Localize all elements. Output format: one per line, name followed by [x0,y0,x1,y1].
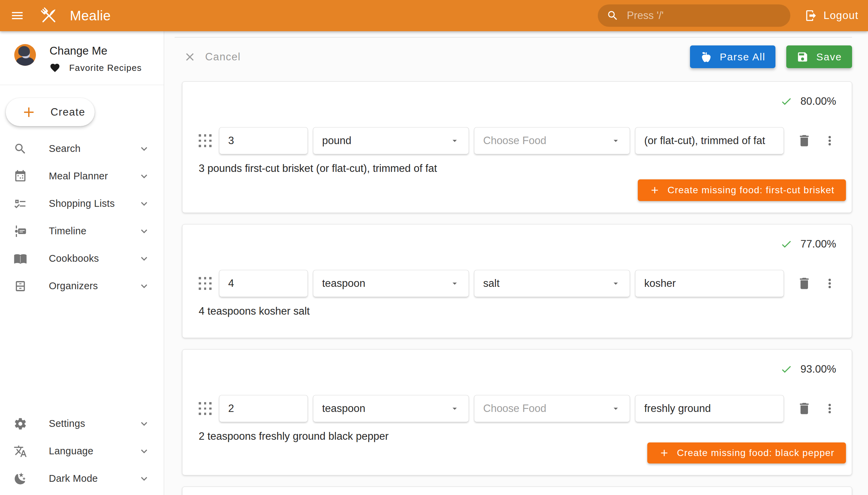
unit-value: pound [322,135,449,147]
timeline-icon [14,224,27,238]
create-missing-food-button[interactable]: Create missing food: first-cut brisket [638,180,846,201]
trash-icon [797,401,812,416]
search-input[interactable] [626,9,782,22]
menu-down-icon [449,278,460,289]
user-block: Change Me Favorite Recipes [0,31,164,73]
logout-label: Logout [823,10,858,22]
save-label: Save [816,51,842,63]
delete-button[interactable] [797,401,812,416]
food-select[interactable]: Choose Food [474,395,630,422]
check-icon [780,238,793,250]
create-missing-food-label: Create missing food: first-cut brisket [668,185,834,195]
sidebar-item-meal-planner[interactable]: Meal Planner [0,163,164,190]
avatar[interactable] [14,44,36,66]
chevron-down-icon [138,445,150,457]
favorite-recipes-label: Favorite Recipes [69,63,142,73]
quantity-input[interactable] [219,127,308,154]
cancel-label: Cancel [205,51,241,63]
note-input[interactable] [635,127,784,154]
drag-handle-icon[interactable] [199,277,211,290]
confidence-row: 93.00% [183,363,852,375]
check-icon [780,363,793,375]
cabinet-icon [14,279,27,293]
sidebar-nav: Search Meal Planner Shopping Lists Timel… [0,135,164,300]
dots-vertical-icon [822,402,837,416]
app-title: Mealie [70,8,111,23]
calendar-icon [14,170,27,183]
unit-value: teaspoon [322,277,449,290]
sidebar-item-shopping-lists[interactable]: Shopping Lists [0,190,164,217]
unit-select[interactable]: pound [313,127,469,154]
delete-button[interactable] [797,133,812,148]
menu-down-icon [611,278,621,289]
save-button[interactable]: Save [786,46,852,68]
check-icon [780,95,793,107]
sidebar-nav-bottom: Settings Language Dark Mode [0,410,164,495]
menu-icon[interactable] [10,8,24,23]
sidebar-item-language[interactable]: Language [0,437,164,465]
original-ingredient-text: 4 teaspoons kosher salt [199,305,835,317]
sidebar-item-cookbooks[interactable]: Cookbooks [0,245,164,272]
trash-icon [797,133,812,148]
drag-handle-icon[interactable] [199,134,211,147]
confidence-value: 80.00% [801,95,836,107]
list-checks-icon [14,197,27,210]
plus-icon [649,185,660,195]
ingredient-input-row: teaspoon salt [183,270,852,297]
chevron-down-icon [138,143,150,155]
more-menu-button[interactable] [822,134,837,148]
translate-icon [14,444,27,458]
cancel-button[interactable]: Cancel [184,51,241,63]
original-ingredient-text: 2 teaspoons freshly ground black pepper [199,430,835,442]
ingredient-card: 77.00% teaspoon salt 4 teaspoons kos [182,224,852,338]
parse-all-button[interactable]: Parse All [690,46,776,68]
sidebar: Change Me Favorite Recipes Create Search… [0,31,164,495]
food-select[interactable]: Choose Food [474,127,630,154]
menu-down-icon [611,136,621,146]
ingredient-card-partial [182,487,852,495]
unit-select[interactable]: teaspoon [313,270,469,297]
parser-toolbar: Cancel Parse All Save [184,46,852,68]
delete-button[interactable] [797,276,812,291]
chevron-down-icon [138,418,150,430]
sidebar-item-organizers[interactable]: Organizers [0,272,164,300]
sidebar-item-search[interactable]: Search [0,135,164,163]
create-missing-food-button[interactable]: Create missing food: black pepper [647,442,846,463]
confidence-value: 77.00% [801,238,836,250]
favorite-recipes-link[interactable]: Favorite Recipes [50,62,142,73]
drag-handle-icon[interactable] [199,402,211,415]
sidebar-item-timeline[interactable]: Timeline [0,217,164,245]
confidence-value: 93.00% [801,363,836,375]
create-label: Create [51,106,85,118]
sidebar-item-dark-mode[interactable]: Dark Mode [0,465,164,492]
dots-vertical-icon [822,276,837,291]
unit-select[interactable]: teaspoon [313,395,469,422]
dots-vertical-icon [822,134,837,148]
search-bar[interactable] [598,4,790,27]
weather-night-icon [14,472,27,485]
note-input[interactable] [635,395,784,422]
more-menu-button[interactable] [822,276,837,291]
sidebar-item-settings[interactable]: Settings [0,410,164,437]
note-input[interactable] [635,270,784,297]
plus-icon [659,447,670,458]
quantity-input[interactable] [219,395,308,422]
chevron-down-icon [138,198,150,210]
logout-button[interactable]: Logout [805,9,858,22]
plus-icon [21,104,37,120]
book-open-icon [14,252,27,266]
user-name: Change Me [50,44,142,57]
menu-down-icon [449,404,460,414]
food-select[interactable]: salt [474,270,630,297]
quantity-input[interactable] [219,270,308,297]
more-menu-button[interactable] [822,402,837,416]
create-button[interactable]: Create [6,98,95,126]
heart-icon [50,62,61,73]
magnify-icon [14,142,27,156]
ingredient-input-row: pound Choose Food [183,127,852,154]
chevron-down-icon [138,253,150,265]
save-icon [797,51,809,63]
create-missing-food-label: Create missing food: black pepper [677,447,835,458]
unit-value: teaspoon [322,403,449,415]
parse-all-label: Parse All [720,51,766,63]
